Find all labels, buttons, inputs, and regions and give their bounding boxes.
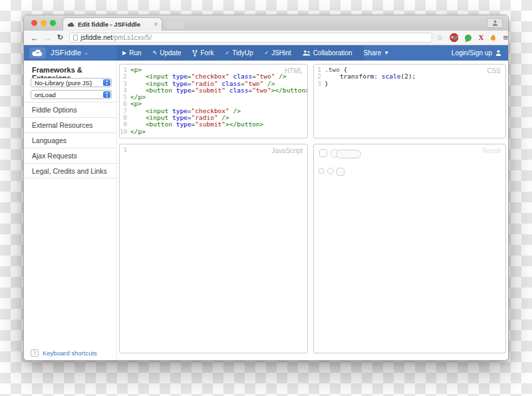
html-panel-label: HTML — [285, 67, 303, 75]
transparent-checkerboard-backdrop: Edit fiddle - JSFiddle × ← → ↻ jsfiddle.… — [0, 0, 532, 396]
flame-extension-icon[interactable] — [490, 32, 496, 44]
people-icon — [303, 50, 311, 56]
brand-mark: o — [85, 51, 87, 55]
select-stepper-icon: ▴▾ — [103, 91, 110, 98]
sidebar-sections: Fiddle Options External Resources Langua… — [24, 102, 116, 178]
tidyup-label: TidyUp — [232, 49, 253, 57]
url-path: /pmLs1cxv/5/ — [112, 34, 152, 41]
jsfiddle-favicon-cloud-icon — [67, 22, 75, 27]
fork-button[interactable]: Fork — [192, 49, 213, 57]
toolbar-menu: ▶ Run ✎ Update Fork ✓ TidyUp — [122, 45, 389, 61]
reload-icon[interactable]: ↻ — [57, 34, 63, 41]
result-checkbox-scaled[interactable] — [319, 149, 327, 157]
keyboard-shortcuts-label: Keyboard shortcuts — [43, 349, 97, 357]
run-label: Run — [129, 49, 141, 57]
back-icon[interactable]: ← — [31, 34, 39, 42]
onload-select[interactable]: onLoad ▴▾ — [31, 90, 112, 99]
person-icon — [492, 20, 498, 26]
sidebar-item-ajax-requests[interactable]: Ajax Requests — [24, 148, 116, 163]
chevron-down-icon: ▼ — [384, 51, 389, 56]
share-label: Share — [364, 49, 382, 57]
adblock-badge — [454, 36, 457, 40]
fork-label: Fork — [200, 49, 213, 57]
tab-title: Edit fiddle - JSFiddle — [78, 21, 151, 28]
html-code[interactable]: 1<p>2 <input type="checkbox" class="two"… — [120, 65, 307, 135]
login-signup-button[interactable]: Login/Sign up — [452, 45, 501, 61]
jshint-button[interactable]: ✓ JSHint — [264, 49, 291, 57]
browser-window: Edit fiddle - JSFiddle × ← → ↻ jsfiddle.… — [23, 15, 509, 361]
result-button[interactable] — [336, 168, 344, 176]
person-icon — [495, 50, 501, 56]
css-code[interactable]: 1.two {2 transform: scale(2);3} — [314, 65, 505, 87]
pencil-icon: ✎ — [153, 51, 158, 56]
result-panel: Result — [313, 144, 506, 353]
javascript-panel-label: JavaScript — [271, 147, 303, 154]
sidebar-item-fiddle-options[interactable]: Fiddle Options — [24, 102, 116, 117]
page-icon — [73, 35, 78, 41]
framework-select-value: No-Library (pure JS) — [35, 79, 92, 87]
keyboard-shortcuts-link[interactable]: ? Keyboard shortcuts — [31, 349, 97, 357]
result-radio[interactable] — [327, 168, 334, 174]
result-panel-label: Result — [482, 147, 501, 154]
select-stepper-icon: ▴▾ — [103, 79, 110, 86]
speech-bubble-extension-icon[interactable] — [465, 35, 471, 41]
css-editor-panel[interactable]: CSS 1.two {2 transform: scale(2);3} — [313, 64, 506, 138]
javascript-editor-panel[interactable]: JavaScript 1 — [119, 144, 308, 353]
collaboration-label: Collaboration — [313, 49, 352, 57]
chrome-menu-icon[interactable]: ≡ — [503, 33, 508, 42]
sidebar-item-languages[interactable]: Languages — [24, 132, 116, 148]
question-mark-icon: ? — [31, 349, 39, 357]
play-icon: ▶ — [122, 51, 126, 56]
close-window-button[interactable] — [31, 20, 37, 26]
tab-close-icon[interactable]: × — [154, 21, 158, 28]
jshint-label: JSHint — [271, 49, 291, 57]
x-extension-icon[interactable]: X — [478, 34, 483, 41]
collaboration-button[interactable]: Collaboration — [303, 49, 352, 57]
url-text: jsfiddle.net/pmLs1cxv/5/ — [80, 34, 152, 41]
update-label: Update — [160, 49, 181, 57]
jsfiddle-logo[interactable]: ∞ — [29, 47, 46, 59]
minimize-window-button[interactable] — [41, 20, 47, 26]
share-button[interactable]: Share ▼ — [364, 49, 390, 57]
framework-select[interactable]: No-Library (pure JS) ▴▾ — [31, 78, 112, 87]
css-panel-label: CSS — [487, 67, 501, 75]
page-content: Frameworks & Extensions No-Library (pure… — [24, 61, 509, 361]
update-button[interactable]: ✎ Update — [153, 49, 182, 57]
infinity-icon: ∞ — [36, 50, 39, 55]
bookmark-star-icon[interactable]: ☆ — [436, 34, 444, 42]
sidebar-item-legal-credits[interactable]: Legal, Credits and Links — [24, 163, 116, 178]
new-tab-button[interactable] — [166, 19, 184, 29]
jsfiddle-toolbar: ∞ JSFiddle o ▶ Run ✎ Update For — [24, 45, 508, 61]
zoom-window-button[interactable] — [50, 20, 56, 26]
onload-select-value: onLoad — [35, 91, 56, 99]
login-label: Login/Sign up — [452, 49, 492, 57]
extension-icons: ABP X ≡ — [450, 32, 508, 44]
tidyup-button[interactable]: ✓ TidyUp — [225, 49, 253, 57]
result-checkbox[interactable] — [319, 168, 324, 174]
fork-icon — [192, 50, 198, 57]
address-bar[interactable]: jsfiddle.net/pmLs1cxv/5/ — [69, 33, 432, 43]
url-host: jsfiddle.net — [80, 34, 112, 41]
profile-button[interactable] — [487, 18, 503, 28]
check-icon: ✓ — [225, 51, 229, 56]
result-button-scaled[interactable] — [336, 150, 361, 158]
browser-tab-bar: Edit fiddle - JSFiddle × — [24, 15, 508, 31]
check-icon: ✓ — [264, 51, 269, 56]
html-editor-panel[interactable]: HTML 1<p>2 <input type="checkbox" class=… — [119, 64, 308, 138]
brand-name[interactable]: JSFiddle — [51, 49, 81, 57]
sidebar-item-external-resources[interactable]: External Resources — [24, 117, 116, 132]
browser-tab[interactable]: Edit fiddle - JSFiddle × — [63, 17, 162, 31]
sidebar: Frameworks & Extensions No-Library (pure… — [24, 61, 117, 361]
run-button[interactable]: ▶ Run — [122, 49, 142, 57]
forward-icon[interactable]: → — [44, 34, 52, 42]
browser-nav-bar: ← → ↻ jsfiddle.net/pmLs1cxv/5/ ☆ ABP X ≡ — [24, 31, 508, 45]
